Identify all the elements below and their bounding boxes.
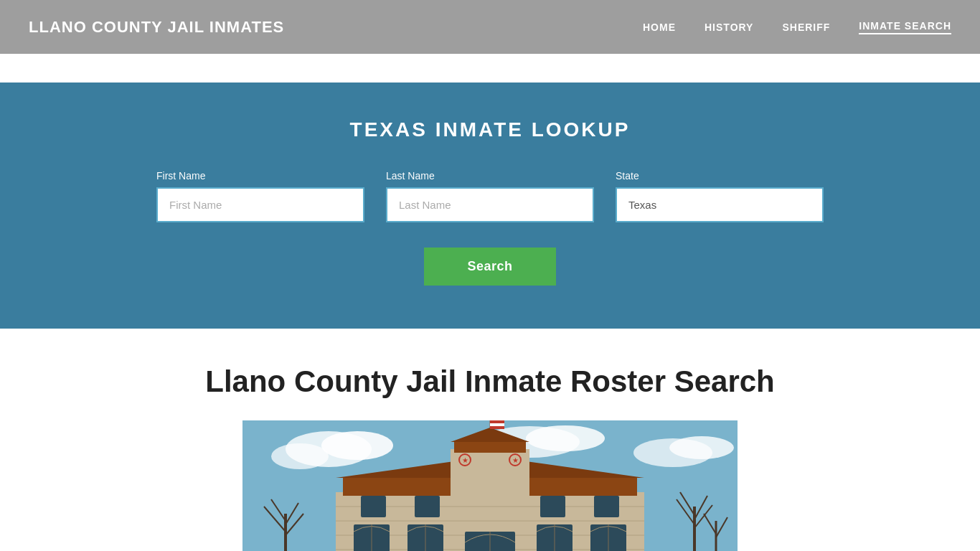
content-section: Llano County Jail Inmate Roster Search bbox=[0, 329, 980, 551]
search-fields-row: First Name Last Name State bbox=[93, 170, 887, 222]
first-name-input[interactable] bbox=[156, 187, 364, 222]
svg-rect-51 bbox=[415, 496, 440, 517]
search-button-wrapper: Search bbox=[93, 248, 887, 286]
svg-rect-53 bbox=[594, 496, 619, 517]
last-name-label: Last Name bbox=[386, 170, 594, 182]
svg-point-5 bbox=[526, 425, 605, 451]
last-name-input[interactable] bbox=[386, 187, 594, 222]
state-label: State bbox=[616, 170, 824, 182]
main-nav: HOME HISTORY SHERIFF INMATE SEARCH bbox=[643, 20, 951, 34]
svg-text:★: ★ bbox=[462, 456, 468, 464]
building-image: ★ ★ bbox=[242, 420, 738, 551]
svg-text:★: ★ bbox=[512, 456, 519, 464]
svg-rect-52 bbox=[540, 496, 565, 517]
search-title: TEXAS INMATE LOOKUP bbox=[93, 118, 887, 141]
nav-home[interactable]: HOME bbox=[643, 22, 676, 33]
search-button[interactable]: Search bbox=[424, 248, 555, 286]
first-name-group: First Name bbox=[156, 170, 364, 222]
nav-sheriff[interactable]: SHERIFF bbox=[782, 22, 830, 33]
svg-point-7 bbox=[669, 436, 734, 459]
svg-rect-39 bbox=[490, 423, 504, 426]
last-name-group: Last Name bbox=[386, 170, 594, 222]
roster-title: Llano County Jail Inmate Roster Search bbox=[93, 364, 887, 399]
white-strip bbox=[0, 54, 980, 83]
svg-rect-31 bbox=[454, 442, 526, 453]
nav-history[interactable]: HISTORY bbox=[705, 22, 753, 33]
nav-inmate-search[interactable]: INMATE SEARCH bbox=[859, 20, 951, 34]
first-name-label: First Name bbox=[156, 170, 364, 182]
site-header: LLANO COUNTY JAIL INMATES HOME HISTORY S… bbox=[0, 0, 980, 54]
svg-rect-50 bbox=[361, 496, 386, 517]
site-title: LLANO COUNTY JAIL INMATES bbox=[29, 18, 284, 37]
state-input[interactable] bbox=[616, 187, 824, 222]
svg-point-2 bbox=[321, 431, 393, 460]
state-group: State bbox=[616, 170, 824, 222]
svg-point-3 bbox=[271, 443, 329, 469]
search-section: TEXAS INMATE LOOKUP First Name Last Name… bbox=[0, 83, 980, 329]
